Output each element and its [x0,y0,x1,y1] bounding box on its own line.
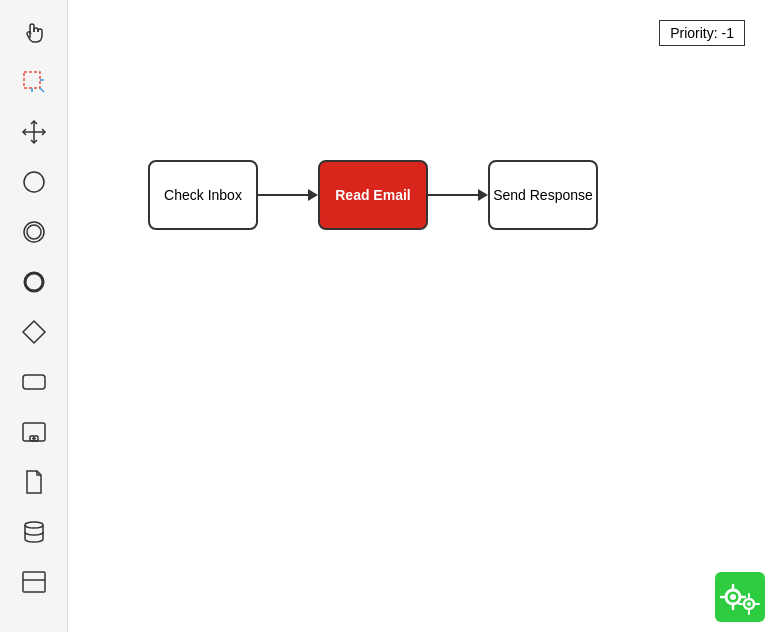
check-inbox-node[interactable]: Check Inbox [148,160,258,230]
file-tool[interactable] [12,460,56,504]
svg-point-6 [24,172,44,192]
arrow-2 [428,189,488,201]
arrow-head-2 [478,189,488,201]
priority-label: Priority: -1 [670,25,734,41]
end-event-tool[interactable] [12,260,56,304]
svg-rect-11 [23,375,45,389]
sidebar [0,0,68,632]
task-tool[interactable] [12,360,56,404]
svg-point-16 [25,522,43,528]
pool-tool[interactable] [12,560,56,604]
database-tool[interactable] [12,510,56,554]
arrow-line-1 [258,194,308,196]
svg-point-23 [747,602,751,606]
read-email-node[interactable]: Read Email [318,160,428,230]
svg-rect-0 [24,72,40,88]
diagram: Check Inbox Read Email Send Response [148,160,598,230]
svg-marker-10 [23,321,45,343]
start-event-tool[interactable] [12,160,56,204]
intermediate-event-tool[interactable] [12,210,56,254]
subprocess-tool[interactable] [12,410,56,454]
arrow-1 [258,189,318,201]
read-email-label: Read Email [335,187,410,203]
svg-line-3 [40,88,44,92]
check-inbox-label: Check Inbox [164,187,242,203]
canvas-area: Priority: -1 Check Inbox Read Email Send… [68,0,775,632]
svg-point-8 [27,225,41,239]
gateway-tool[interactable] [12,310,56,354]
select-tool[interactable] [12,60,56,104]
send-response-node[interactable]: Send Response [488,160,598,230]
arrow-head-1 [308,189,318,201]
send-response-label: Send Response [493,187,593,203]
bpmn-logo [715,572,765,622]
priority-badge: Priority: -1 [659,20,745,46]
move-tool[interactable] [12,110,56,154]
svg-point-21 [730,594,736,600]
svg-rect-17 [23,572,45,592]
svg-point-9 [25,273,43,291]
arrow-line-2 [428,194,478,196]
hand-tool[interactable] [12,10,56,54]
